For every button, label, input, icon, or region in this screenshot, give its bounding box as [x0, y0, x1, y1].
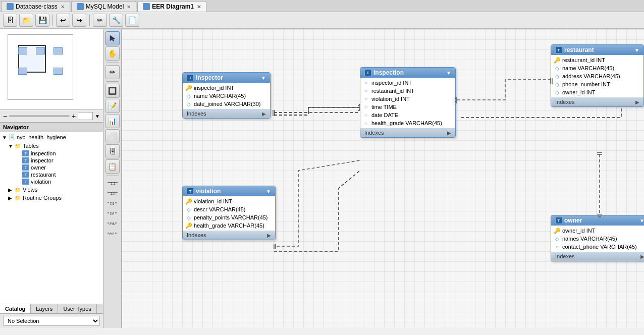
tab-eer-diagram[interactable]: EER Diagram1 ✕ [137, 1, 206, 12]
field-violation-id: ○ violation_id INT [360, 95, 455, 103]
tree-item-inspector[interactable]: T inspector [0, 157, 103, 164]
open-btn[interactable]: 📁 [19, 14, 33, 27]
folder-icon-routines: 📁 [14, 194, 21, 201]
tree-item-violation[interactable]: T violation [0, 178, 103, 185]
inspection-fields: ○ inspector_id INT ○ restaurant_id INT ○… [360, 78, 455, 128]
tools-sidebar: ✋ ✏ 🔲 📝 📊 ⬜ 🗄 📋 1:1 1:n 1:1 1:n [103, 29, 122, 328]
restaurant-footer[interactable]: Indexes ▶ [551, 97, 643, 106]
table-sm-icon: T [555, 46, 562, 53]
violation-footer[interactable]: Indexes ▶ [183, 231, 275, 240]
diamond-icon: ◇ [554, 236, 560, 242]
view-tool-btn[interactable]: 📋 [105, 159, 120, 174]
field-name: restaurant_id INT [371, 88, 414, 94]
tab-mysql-model[interactable]: MySQL Model ✕ [71, 1, 137, 12]
canvas-area[interactable]: T inspector ▼ 🔑 inspector_id INT ◇ name … [122, 29, 644, 328]
tree-item-inspection[interactable]: T inspection [0, 150, 103, 157]
tree-table-label: owner [31, 164, 46, 171]
pan-tool-btn[interactable]: ✋ [105, 46, 120, 61]
table-violation-header: T violation ▼ [183, 186, 275, 196]
edit-btn[interactable]: ✏ [93, 14, 107, 27]
zoom-slider[interactable] [9, 115, 70, 117]
field-name: inspector_id INT [371, 80, 412, 86]
tree-expand-arrow: ▶ [8, 187, 14, 193]
field-name: phone_number INT [562, 81, 610, 87]
field-name: owner_id INT [562, 89, 595, 95]
table-inspection[interactable]: T inspection ▼ ○ inspector_id INT ○ rest… [360, 67, 456, 138]
tab-database-class[interactable]: Database-class ✕ [1, 1, 70, 12]
wrench-btn[interactable]: 🔧 [109, 14, 123, 27]
catalog-tab[interactable]: Catalog [0, 304, 31, 313]
pk-icon: 🔑 [554, 228, 560, 234]
field-contact-phone: ○ contact_phone VARCHAR(45) [551, 243, 644, 251]
field-inspector-id: 🔑 inspector_id INT [183, 84, 270, 92]
zoom-in-icon[interactable]: + [72, 112, 76, 120]
redo-btn[interactable]: ↪ [72, 14, 86, 27]
eraser-tool-btn[interactable]: 🔲 [105, 84, 120, 98]
text-tool-btn[interactable]: 📝 [105, 99, 120, 113]
close-tab-btn[interactable]: ✕ [197, 4, 201, 10]
circle-icon: ○ [554, 244, 560, 250]
save-btn[interactable]: 💾 [35, 14, 49, 27]
line-tool-btn[interactable]: 📊 [105, 114, 120, 128]
table-owner[interactable]: T owner ▼ 🔑 owner_id INT ◇ names VARCHAR… [551, 215, 644, 261]
field-restaurant-id: 🔑 restaurant_id INT [551, 56, 643, 64]
database-icon: 🗄 [8, 134, 15, 141]
pk-icon: 🔑 [554, 57, 560, 63]
selection-dropdown[interactable]: No Selection [3, 316, 100, 326]
tree-item-restaurant[interactable]: T restaurant [0, 171, 103, 178]
selection-bar: No Selection [0, 314, 103, 328]
close-tab-btn[interactable]: ✕ [127, 4, 131, 10]
svg-text:1:n: 1:n [111, 192, 116, 195]
table-violation[interactable]: T violation ▼ 🔑 violation_id INT ◇ descr… [182, 186, 276, 240]
owner-footer[interactable]: Indexes ▶ [551, 252, 644, 261]
header-arrow: ▼ [634, 47, 639, 53]
table-restaurant[interactable]: T restaurant ▼ 🔑 restaurant_id INT ◇ nam… [551, 44, 644, 107]
diamond-icon: ◇ [186, 101, 192, 107]
tree-root-label: nyc_health_hygiene [17, 134, 66, 140]
field-time: ○ time TIME [360, 103, 455, 111]
tab-icon [143, 3, 150, 10]
header-arrow: ▼ [639, 218, 644, 224]
new-btn[interactable]: 🗄 [3, 14, 17, 27]
tree-tables-header[interactable]: ▼ 📁 Tables [0, 142, 103, 150]
tree-item-owner[interactable]: T owner [0, 164, 103, 171]
legend-1-n-2: 1:n [106, 230, 119, 237]
field-name: name VARCHAR(45) [194, 93, 246, 99]
zoom-out-icon[interactable]: − [3, 112, 7, 120]
field-penalty: ◇ penalty_points VARCHAR(45) [183, 213, 275, 221]
owner-fields: 🔑 owner_id INT ◇ names VARCHAR(45) ○ con… [551, 226, 644, 252]
field-name: descr VARCHAR(45) [194, 206, 246, 212]
svg-marker-0 [110, 35, 115, 41]
field-name: health_grade VARCHAR(45) [194, 222, 264, 229]
table-inspection-header: T inspection ▼ [360, 68, 455, 78]
zoom-value-input[interactable]: 101 [78, 112, 93, 120]
table-inspector[interactable]: T inspector ▼ 🔑 inspector_id INT ◇ name … [182, 72, 271, 119]
inspection-footer[interactable]: Indexes ▶ [360, 128, 455, 137]
minimap[interactable] [0, 29, 103, 110]
close-tab-btn[interactable]: ✕ [61, 4, 65, 10]
pencil-tool-btn[interactable]: ✏ [105, 65, 120, 79]
db-tool-btn[interactable]: 🗄 [105, 144, 120, 158]
tab-icon [77, 3, 84, 10]
page-btn[interactable]: 📄 [125, 14, 139, 27]
svg-text:1:1: 1:1 [111, 182, 116, 185]
tab-label: MySQL Model [86, 3, 124, 10]
table-icon-violation: T [22, 179, 29, 185]
circle-icon: ○ [363, 88, 369, 94]
user-types-tab[interactable]: User Types [58, 304, 96, 313]
tree-routines-header[interactable]: ▶ 📁 Routine Groups [0, 194, 103, 202]
table-title: violation [196, 188, 221, 195]
inspector-footer[interactable]: Indexes ▶ [183, 109, 270, 118]
undo-btn[interactable]: ↩ [56, 14, 70, 27]
layers-tab[interactable]: Layers [31, 304, 58, 313]
select-tool-btn[interactable] [105, 31, 120, 45]
rect-tool-btn[interactable]: ⬜ [105, 129, 120, 143]
field-health-grade: ○ health_grade VARCHAR(45) [360, 119, 455, 127]
tree-views-header[interactable]: ▶ 📁 Views [0, 186, 103, 194]
header-left: T owner [555, 217, 582, 224]
tree-root[interactable]: ▼ 🗄 nyc_health_hygiene [0, 133, 103, 141]
toolbar-sep2 [89, 15, 90, 26]
folder-icon: 📁 [14, 142, 21, 149]
navigator-label: Navigator [0, 123, 103, 132]
zoom-dropdown-icon[interactable]: ▼ [95, 114, 100, 119]
